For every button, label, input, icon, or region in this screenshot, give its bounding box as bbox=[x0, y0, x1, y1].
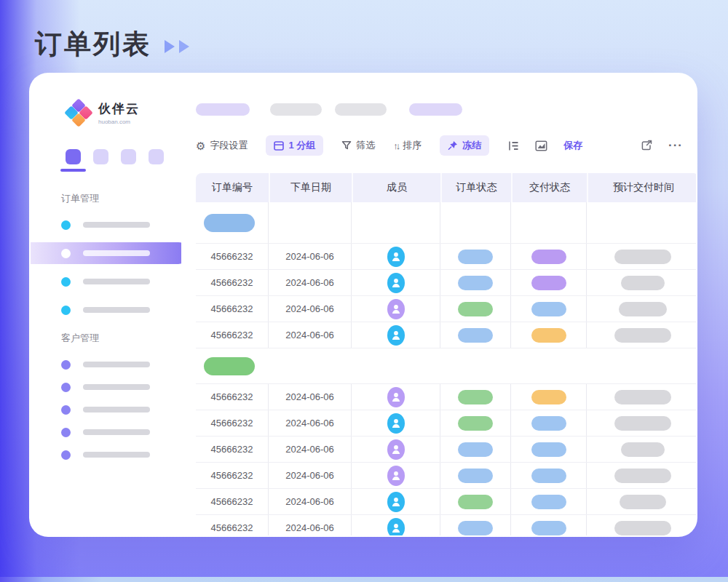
group-label-cell bbox=[196, 202, 269, 243]
eta-cell bbox=[587, 410, 697, 436]
delivery-status-cell bbox=[511, 489, 587, 514]
view-tab-3[interactable] bbox=[335, 103, 387, 116]
delivery-status-badge bbox=[531, 302, 566, 316]
grid-icon bbox=[274, 141, 284, 151]
eta-placeholder bbox=[620, 495, 666, 509]
column-header[interactable]: 订单状态 bbox=[440, 173, 511, 202]
table-row[interactable]: 456662322024-06-06 bbox=[196, 436, 697, 463]
order-number-cell: 45666232 bbox=[196, 410, 269, 436]
group-empty-cell bbox=[511, 202, 587, 243]
sidebar-item[interactable] bbox=[31, 243, 181, 263]
view-tab-1[interactable] bbox=[196, 103, 250, 116]
huoban-logo: 伙伴云 huoban.com bbox=[31, 100, 175, 125]
save-button[interactable]: 保存 bbox=[563, 139, 582, 152]
sidebar-item[interactable] bbox=[31, 215, 181, 235]
item-label-placeholder bbox=[83, 279, 150, 284]
delivery-status-cell bbox=[511, 322, 587, 348]
sidebar-item[interactable] bbox=[31, 300, 181, 320]
save-label: 保存 bbox=[563, 139, 582, 152]
item-dot-icon bbox=[61, 220, 71, 230]
more-button[interactable]: ··· bbox=[668, 138, 683, 153]
delivery-status-cell bbox=[511, 410, 587, 436]
order-date-cell: 2024-06-06 bbox=[269, 244, 352, 269]
table-row[interactable]: 456662322024-06-06 bbox=[196, 489, 697, 515]
field-settings-button[interactable]: ⚙ 字段设置 bbox=[196, 139, 248, 152]
view-tabs bbox=[196, 103, 462, 116]
column-header[interactable]: 交付状态 bbox=[511, 173, 587, 202]
row-height-button[interactable] bbox=[507, 140, 519, 151]
order-number-cell: 45666232 bbox=[196, 463, 269, 488]
member-avatar-icon bbox=[387, 439, 405, 460]
filter-button[interactable]: 筛选 bbox=[341, 139, 375, 152]
orders-table: 订单编号下单日期成员订单状态交付状态预计交付时间 456662322024-06… bbox=[196, 173, 697, 537]
order-number-cell: 45666232 bbox=[196, 515, 269, 537]
sidebar-item[interactable] bbox=[31, 422, 181, 442]
play-triangle-icon bbox=[179, 40, 189, 53]
item-dot-icon bbox=[61, 383, 71, 392]
delivery-status-badge bbox=[531, 250, 566, 264]
item-dot-icon bbox=[61, 306, 71, 315]
view-tab-2[interactable] bbox=[270, 103, 322, 116]
order-date-cell: 2024-06-06 bbox=[269, 463, 352, 488]
order-status-cell bbox=[440, 463, 511, 488]
nav-square-3[interactable] bbox=[121, 149, 136, 164]
column-header[interactable]: 订单编号 bbox=[196, 173, 269, 202]
group-by-button[interactable]: 1 分组 bbox=[266, 135, 323, 156]
order-status-badge bbox=[458, 390, 493, 404]
sort-button[interactable]: ↑↓ 排序 bbox=[393, 139, 422, 152]
funnel-icon bbox=[341, 140, 352, 151]
member-avatar-icon bbox=[387, 466, 405, 486]
sidebar-item[interactable] bbox=[31, 354, 181, 375]
order-status-cell bbox=[440, 489, 511, 514]
group-header-row[interactable] bbox=[196, 202, 697, 244]
field-settings-label: 字段设置 bbox=[210, 139, 248, 152]
group-label-pill bbox=[204, 214, 255, 232]
order-status-badge bbox=[458, 442, 493, 457]
sidebar-item[interactable] bbox=[31, 377, 181, 397]
group-empty-cell bbox=[440, 202, 511, 243]
nav-square-1[interactable] bbox=[66, 149, 81, 164]
order-date-cell: 2024-06-06 bbox=[269, 410, 352, 436]
table-row[interactable]: 456662322024-06-06 bbox=[196, 463, 697, 489]
main-panel: ⚙ 字段设置 1 分组 筛选 ↑↓ 排序 bbox=[181, 74, 696, 535]
member-avatar-icon bbox=[387, 299, 405, 319]
order-status-badge bbox=[458, 302, 493, 316]
chart-view-button[interactable] bbox=[535, 140, 547, 151]
table-row[interactable]: 456662322024-06-06 bbox=[196, 515, 697, 537]
nav-square-2[interactable] bbox=[93, 149, 108, 164]
member-cell bbox=[352, 244, 440, 269]
order-date-cell: 2024-06-06 bbox=[269, 322, 352, 348]
freeze-button[interactable]: 冻结 bbox=[440, 135, 489, 156]
item-dot-icon bbox=[61, 450, 71, 460]
table-row[interactable]: 456662322024-06-06 bbox=[196, 410, 697, 436]
app-window: 伙伴云 huoban.com 订单管理客户管理 ⚙ 字段设置 1 分组 bbox=[29, 73, 697, 537]
item-dot-icon bbox=[61, 405, 71, 415]
order-status-cell bbox=[440, 270, 511, 295]
order-date-cell: 2024-06-06 bbox=[269, 270, 352, 295]
table-row[interactable]: 456662322024-06-06 bbox=[196, 270, 697, 296]
column-header[interactable]: 下单日期 bbox=[269, 173, 352, 202]
member-avatar-icon bbox=[387, 387, 405, 407]
delivery-status-cell bbox=[511, 463, 587, 488]
sidebar-item[interactable] bbox=[31, 271, 181, 292]
order-number-cell: 45666232 bbox=[196, 296, 269, 322]
table-row[interactable]: 456662322024-06-06 bbox=[196, 384, 697, 410]
column-header[interactable]: 预计交付时间 bbox=[587, 173, 697, 202]
sidebar-item[interactable] bbox=[31, 399, 181, 420]
column-header[interactable]: 成员 bbox=[352, 173, 440, 202]
group-header-row[interactable] bbox=[196, 348, 697, 384]
item-dot-icon bbox=[61, 277, 71, 287]
delivery-status-badge bbox=[531, 495, 566, 509]
delivery-status-badge bbox=[531, 276, 566, 290]
eta-cell bbox=[587, 270, 697, 295]
table-row[interactable]: 456662322024-06-06 bbox=[196, 296, 697, 322]
table-row[interactable]: 456662322024-06-06 bbox=[196, 244, 697, 270]
toolbar: ⚙ 字段设置 1 分组 筛选 ↑↓ 排序 bbox=[196, 134, 684, 157]
table-row[interactable]: 456662322024-06-06 bbox=[196, 322, 697, 348]
sidebar-item[interactable] bbox=[31, 445, 181, 465]
nav-square-4[interactable] bbox=[149, 149, 164, 164]
delivery-status-badge bbox=[531, 521, 566, 535]
view-tab-4[interactable] bbox=[409, 103, 462, 116]
member-cell bbox=[352, 489, 440, 514]
share-button[interactable] bbox=[641, 140, 652, 151]
